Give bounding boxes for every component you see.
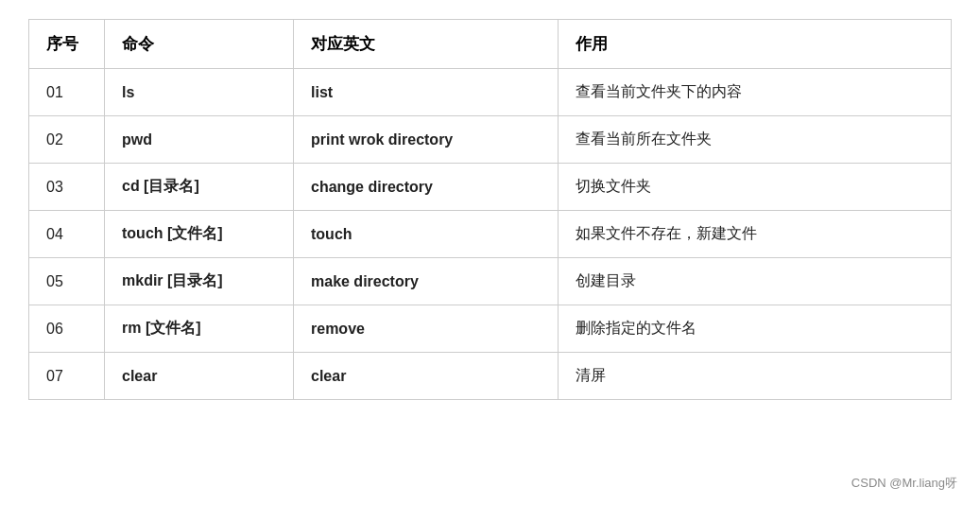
cell-en: make directory bbox=[294, 258, 559, 305]
cell-num: 03 bbox=[29, 164, 105, 211]
header-en: 对应英文 bbox=[294, 20, 559, 69]
cell-use: 清屏 bbox=[559, 353, 952, 400]
cell-en: list bbox=[294, 69, 559, 116]
command-table: 序号 命令 对应英文 作用 01lslist查看当前文件夹下的内容02pwdpr… bbox=[28, 19, 952, 400]
cell-use: 删除指定的文件名 bbox=[559, 305, 952, 353]
cell-num: 02 bbox=[29, 116, 105, 164]
cell-en: remove bbox=[294, 305, 559, 353]
cell-cmd: pwd bbox=[105, 116, 294, 164]
cell-cmd: cd [目录名] bbox=[105, 164, 294, 211]
table-container: 序号 命令 对应英文 作用 01lslist查看当前文件夹下的内容02pwdpr… bbox=[0, 0, 980, 505]
cell-use: 查看当前文件夹下的内容 bbox=[559, 69, 952, 116]
cell-num: 05 bbox=[29, 258, 105, 305]
table-row: 05mkdir [目录名]make directory创建目录 bbox=[29, 258, 952, 305]
cell-num: 07 bbox=[29, 353, 105, 400]
cell-cmd: rm [文件名] bbox=[105, 305, 294, 353]
header-use: 作用 bbox=[559, 20, 952, 69]
header-cmd: 命令 bbox=[105, 20, 294, 69]
table-body: 01lslist查看当前文件夹下的内容02pwdprint wrok direc… bbox=[29, 69, 952, 400]
cell-use: 切换文件夹 bbox=[559, 164, 952, 211]
cell-use: 查看当前所在文件夹 bbox=[559, 116, 952, 164]
table-row: 03cd [目录名]change directory切换文件夹 bbox=[29, 164, 952, 211]
cell-cmd: clear bbox=[105, 353, 294, 400]
table-row: 06rm [文件名]remove删除指定的文件名 bbox=[29, 305, 952, 353]
table-row: 04touch [文件名]touch如果文件不存在，新建文件 bbox=[29, 211, 952, 258]
cell-num: 06 bbox=[29, 305, 105, 353]
table-header-row: 序号 命令 对应英文 作用 bbox=[29, 20, 952, 69]
table-row: 07clearclear清屏 bbox=[29, 353, 952, 400]
table-row: 02pwdprint wrok directory查看当前所在文件夹 bbox=[29, 116, 952, 164]
cell-cmd: mkdir [目录名] bbox=[105, 258, 294, 305]
cell-en: print wrok directory bbox=[294, 116, 559, 164]
cell-num: 01 bbox=[29, 69, 105, 116]
cell-en: change directory bbox=[294, 164, 559, 211]
cell-en: touch bbox=[294, 211, 559, 258]
cell-use: 创建目录 bbox=[559, 258, 952, 305]
cell-num: 04 bbox=[29, 211, 105, 258]
cell-en: clear bbox=[294, 353, 559, 400]
table-row: 01lslist查看当前文件夹下的内容 bbox=[29, 69, 952, 116]
watermark: CSDN @Mr.liang呀 bbox=[851, 475, 957, 492]
cell-cmd: ls bbox=[105, 69, 294, 116]
header-num: 序号 bbox=[29, 20, 105, 69]
cell-use: 如果文件不存在，新建文件 bbox=[559, 211, 952, 258]
cell-cmd: touch [文件名] bbox=[105, 211, 294, 258]
